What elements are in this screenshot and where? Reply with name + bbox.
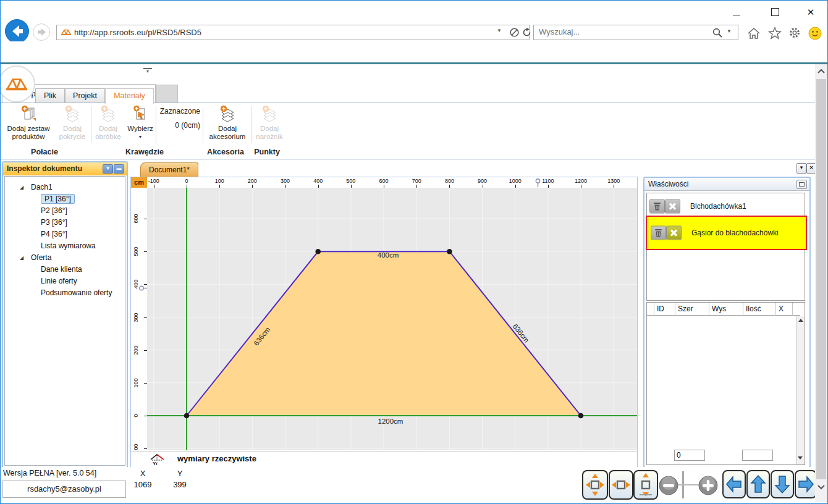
document-tab[interactable]: Document1* bbox=[140, 162, 198, 177]
tree-item[interactable]: P1 [36°] bbox=[5, 193, 125, 205]
address-dropdown-icon[interactable]: ▼ bbox=[497, 28, 502, 33]
scrollbar-down-icon[interactable] bbox=[816, 482, 826, 492]
pan-up-button[interactable] bbox=[746, 470, 770, 498]
material-item[interactable]: Blchodachówka1 bbox=[647, 196, 805, 217]
tree-item[interactable]: P2 [36°] bbox=[5, 205, 125, 217]
table-scrollbar[interactable] bbox=[796, 316, 805, 464]
zoom-in-button[interactable] bbox=[698, 475, 719, 498]
refresh-icon[interactable] bbox=[522, 27, 532, 38]
ruler-tick-label: 200 bbox=[242, 178, 262, 184]
ruler-tick-label: 500 bbox=[133, 242, 139, 261]
ruler-tick-label: 0 bbox=[177, 178, 196, 184]
forward-button[interactable] bbox=[33, 23, 50, 41]
remove-x-icon[interactable] bbox=[665, 200, 680, 214]
tab-strip: app.rsroofs.eu ✕ bbox=[1, 41, 827, 62]
drawing-svg[interactable]: 400cm 1200cm 636cm 636cm bbox=[147, 188, 637, 450]
tree-item[interactable]: P3 [36°] bbox=[5, 217, 125, 229]
material-item-label[interactable]: Blchodachówka1 bbox=[690, 202, 746, 211]
fit-width-button[interactable] bbox=[609, 470, 633, 500]
product-set-icon bbox=[3, 105, 54, 125]
address-bar[interactable]: http://app.rsroofs.eu/pl/RSD5/RSD5 ▼ bbox=[56, 25, 530, 40]
ruler-unit-badge[interactable]: cm bbox=[131, 177, 148, 188]
ribbon-tab-plik[interactable]: Plik bbox=[35, 88, 65, 103]
document-inspector-panel: Inspektor dokumentu ▼ ▬ ◢Dach1P1 [36°]P2… bbox=[2, 161, 128, 468]
add-product-set-button[interactable]: Dodaj zestaw produktów bbox=[3, 104, 54, 145]
tree-item[interactable]: Linie oferty bbox=[5, 275, 125, 287]
new-tab-button[interactable] bbox=[156, 85, 178, 104]
search-box[interactable]: ▼ bbox=[533, 25, 738, 40]
quick-access-dropdown-icon[interactable]: ▼ bbox=[143, 68, 152, 76]
inspector-dropdown-icon[interactable]: ▼ bbox=[103, 164, 113, 174]
account-label: rsdachy5@zasoby.pl bbox=[27, 484, 101, 494]
pan-down-button[interactable] bbox=[771, 470, 794, 498]
close-button[interactable]: ✕ bbox=[803, 7, 819, 18]
tabstrip-dropdown-button[interactable]: ▼ bbox=[796, 163, 806, 174]
vertex-dot[interactable] bbox=[447, 249, 452, 254]
selection-summary-value: 0 (0cm) bbox=[158, 121, 200, 130]
vertex-dot[interactable] bbox=[184, 413, 190, 419]
zoom-out-button[interactable] bbox=[658, 475, 679, 498]
fit-height-button[interactable] bbox=[633, 470, 658, 500]
vertex-dot[interactable] bbox=[578, 413, 584, 419]
home-icon[interactable] bbox=[746, 27, 762, 40]
tree-item[interactable]: P4 [36°] bbox=[5, 229, 125, 240]
pan-right-button[interactable] bbox=[795, 470, 817, 498]
ruler-tick-label: 600 bbox=[374, 178, 394, 184]
select-button[interactable]: Wybierz ▼ bbox=[126, 104, 154, 145]
add-flashing-button: Dodaj obróbkę bbox=[93, 104, 124, 145]
feedback-smiley-icon[interactable] bbox=[808, 26, 822, 41]
settings-gear-icon[interactable] bbox=[787, 27, 803, 40]
fit-all-button[interactable] bbox=[582, 470, 608, 500]
delete-trash-icon[interactable] bbox=[651, 226, 666, 240]
tree-expander-icon[interactable]: ◢ bbox=[20, 252, 23, 264]
tree-expander-icon[interactable]: ◢ bbox=[20, 182, 23, 193]
search-dropdown-icon[interactable]: ▼ bbox=[727, 28, 732, 34]
back-icon bbox=[6, 20, 28, 43]
vertex-dot[interactable] bbox=[315, 249, 321, 254]
tree-item[interactable]: Dane klienta bbox=[5, 264, 125, 275]
tree-item[interactable]: ◢Oferta bbox=[5, 252, 125, 264]
properties-minimize-icon[interactable] bbox=[796, 180, 807, 189]
scrollbar-thumb[interactable] bbox=[816, 79, 826, 479]
ribbon-tab-materialy[interactable]: Materiały bbox=[105, 88, 154, 104]
selection-summary-label: Zaznaczone bbox=[158, 107, 200, 116]
ruler-tick-label: 900 bbox=[473, 178, 492, 184]
minimize-button[interactable] bbox=[729, 7, 745, 18]
tree-item-label: P3 [36°] bbox=[41, 218, 67, 227]
ruler-tick-label: 800 bbox=[439, 178, 459, 184]
account-box[interactable]: rsdachy5@zasoby.pl bbox=[2, 481, 126, 498]
table-footer-input-1[interactable] bbox=[674, 450, 705, 461]
maximize-button[interactable] bbox=[767, 7, 783, 18]
delete-trash-icon[interactable] bbox=[649, 200, 665, 214]
material-item-label[interactable]: Gąsior do blachodachówki bbox=[691, 229, 779, 237]
properties-header[interactable]: Właściwości bbox=[644, 178, 809, 191]
back-button[interactable] bbox=[5, 19, 29, 43]
material-item-highlighted[interactable]: Gąsior do blachodachówki bbox=[646, 216, 807, 250]
chrome-page-divider bbox=[1, 62, 827, 64]
ribbon-tab-projekt[interactable]: Projekt bbox=[65, 88, 105, 103]
stop-icon[interactable] bbox=[509, 27, 520, 38]
close-icon: ✕ bbox=[807, 7, 815, 17]
tree-item[interactable]: ◢Dach1 bbox=[5, 182, 125, 193]
remove-x-icon[interactable] bbox=[666, 226, 682, 240]
dimensions-table: IDSzerWysIlośćX bbox=[646, 302, 805, 465]
scroll-up-icon[interactable] bbox=[798, 319, 803, 322]
search-input[interactable] bbox=[538, 27, 692, 37]
zoom-slider-track[interactable] bbox=[678, 484, 700, 485]
inspector-minimize-icon[interactable]: ▬ bbox=[114, 164, 124, 174]
add-accessory-button[interactable]: Dodaj akcesorium bbox=[205, 104, 250, 145]
favorites-star-icon[interactable] bbox=[767, 27, 783, 40]
ruler-tick-label: 100 bbox=[133, 439, 139, 450]
search-icon[interactable] bbox=[712, 27, 723, 38]
inspector-header[interactable]: Inspektor dokumentu ▼ ▬ bbox=[3, 162, 127, 175]
page-scrollbar[interactable] bbox=[815, 64, 827, 502]
scrollbar-up-icon[interactable] bbox=[816, 67, 826, 77]
tree-item[interactable]: Podsumowanie oferty bbox=[5, 287, 125, 299]
tree-item-label: P1 [36°] bbox=[41, 194, 75, 204]
table-footer-input-2[interactable] bbox=[742, 450, 773, 461]
scroll-down-icon[interactable] bbox=[798, 456, 803, 460]
table-header-cell bbox=[647, 303, 654, 316]
pan-left-button[interactable] bbox=[722, 470, 746, 498]
ribbon-separator bbox=[156, 106, 156, 143]
tree-item[interactable]: Lista wymiarowa bbox=[5, 240, 125, 252]
